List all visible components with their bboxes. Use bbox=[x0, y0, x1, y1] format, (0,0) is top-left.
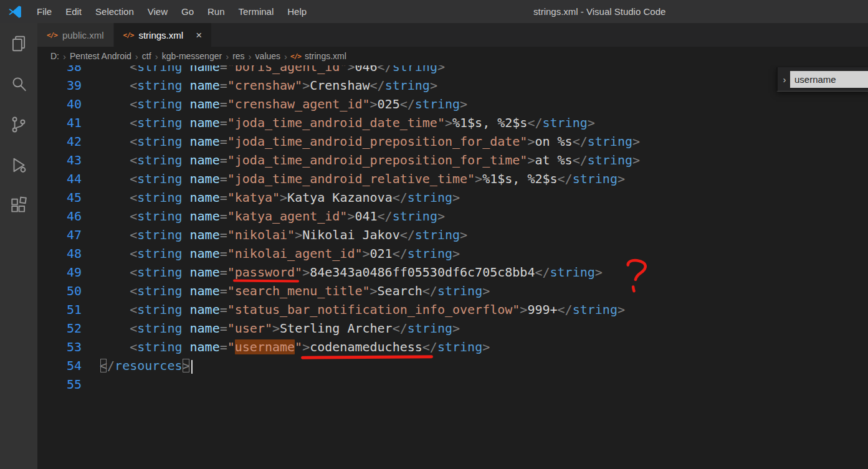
breadcrumb-item-strings-xml[interactable]: strings.xml bbox=[304, 51, 347, 61]
code-line[interactable]: 52 <string name="user">Sterling Archer</… bbox=[37, 319, 868, 338]
line-number[interactable]: 49 bbox=[37, 263, 82, 282]
line-number[interactable]: 54 bbox=[37, 356, 82, 375]
line-number[interactable]: 48 bbox=[37, 244, 82, 263]
line-number[interactable]: 55 bbox=[37, 375, 82, 394]
chevron-right-icon: › bbox=[135, 51, 138, 62]
window-title: strings.xml - Visual Studio Code bbox=[533, 0, 665, 23]
menu-item-run[interactable]: Run bbox=[201, 0, 232, 23]
menu-item-help[interactable]: Help bbox=[280, 0, 313, 23]
line-number[interactable]: 41 bbox=[37, 113, 82, 132]
extensions-icon[interactable] bbox=[0, 185, 37, 225]
line-number[interactable]: 42 bbox=[37, 132, 82, 151]
menu-item-view[interactable]: View bbox=[141, 0, 174, 23]
close-icon[interactable]: × bbox=[196, 30, 202, 40]
main-area: </>public.xml</>strings.xml× D:›Pentest … bbox=[0, 23, 868, 469]
line-number[interactable]: 43 bbox=[37, 151, 82, 169]
line-number[interactable]: 44 bbox=[37, 169, 82, 188]
line-number[interactable]: 39 bbox=[37, 76, 82, 95]
breadcrumb-item-ctf[interactable]: ctf bbox=[141, 51, 152, 61]
breadcrumb: D:›Pentest Android›ctf›kgb-messenger›res… bbox=[37, 47, 868, 65]
vscode-window: FileEditSelectionViewGoRunTerminalHelp s… bbox=[0, 0, 868, 469]
xml-file-icon: </> bbox=[123, 31, 134, 39]
breadcrumb-item-pentest-android[interactable]: Pentest Android bbox=[69, 51, 132, 61]
breadcrumb-item-d-[interactable]: D: bbox=[50, 51, 60, 61]
tab-label: public.xml bbox=[62, 30, 104, 40]
chevron-right-icon[interactable]: › bbox=[779, 74, 790, 85]
chevron-right-icon: › bbox=[155, 51, 158, 62]
code-line[interactable]: 38 <string name="boris_agent_id">046</st… bbox=[37, 65, 868, 76]
code-line[interactable]: 49 <string name="password">84e343a0486ff… bbox=[37, 263, 868, 282]
line-number[interactable]: 47 bbox=[37, 225, 82, 244]
chevron-right-icon: › bbox=[63, 51, 66, 62]
title-bar: FileEditSelectionViewGoRunTerminalHelp s… bbox=[0, 0, 868, 23]
menu-item-file[interactable]: File bbox=[30, 0, 59, 23]
menu-item-go[interactable]: Go bbox=[174, 0, 201, 23]
code-line[interactable]: 51 <string name="status_bar_notification… bbox=[37, 300, 868, 319]
line-number[interactable]: 46 bbox=[37, 207, 82, 225]
code-line[interactable]: 44 <string name="joda_time_android_relat… bbox=[37, 169, 868, 188]
code-line[interactable]: 41 <string name="joda_time_android_date_… bbox=[37, 113, 868, 132]
source-control-icon[interactable] bbox=[0, 104, 37, 144]
tab-bar: </>public.xml</>strings.xml× bbox=[37, 23, 868, 47]
code-line[interactable]: 48 <string name="nikolai_agent_id">021</… bbox=[37, 244, 868, 263]
code-line[interactable]: 50 <string name="search_menu_title">Sear… bbox=[37, 282, 868, 300]
code-line[interactable]: 55 bbox=[37, 375, 868, 394]
menu-item-selection[interactable]: Selection bbox=[88, 0, 141, 23]
breadcrumb-item-values[interactable]: values bbox=[255, 51, 281, 61]
menubar: FileEditSelectionViewGoRunTerminalHelp bbox=[30, 0, 313, 23]
menu-item-edit[interactable]: Edit bbox=[59, 0, 88, 23]
line-number[interactable]: 38 bbox=[37, 65, 82, 76]
code-line[interactable]: 42 <string name="joda_time_android_prepo… bbox=[37, 132, 868, 151]
breadcrumb-item-kgb-messenger[interactable]: kgb-messenger bbox=[161, 51, 223, 61]
line-number[interactable]: 52 bbox=[37, 319, 82, 338]
line-number[interactable]: 51 bbox=[37, 300, 82, 319]
breadcrumb-item-res[interactable]: res bbox=[232, 51, 245, 61]
find-match-highlight: username bbox=[235, 339, 295, 354]
chevron-right-icon: › bbox=[284, 51, 287, 62]
chevron-right-icon: › bbox=[226, 51, 229, 62]
code-line[interactable]: 39 <string name="crenshaw">Crenshaw</str… bbox=[37, 76, 868, 95]
bracket-match: < bbox=[100, 358, 107, 373]
line-number[interactable]: 40 bbox=[37, 95, 82, 113]
files-icon[interactable] bbox=[0, 23, 37, 64]
search-icon[interactable] bbox=[0, 64, 37, 104]
tab-public-xml[interactable]: </>public.xml bbox=[37, 23, 114, 47]
chevron-right-icon: › bbox=[249, 51, 252, 62]
line-number[interactable]: 45 bbox=[37, 188, 82, 207]
code-line[interactable]: 47 <string name="nikolai">Nikolai Jakov<… bbox=[37, 225, 868, 244]
bracket-match: > bbox=[182, 358, 189, 373]
xml-file-icon: </> bbox=[47, 31, 57, 39]
code-line[interactable]: 45 <string name="katya">Katya Kazanova</… bbox=[37, 188, 868, 207]
menu-item-terminal[interactable]: Terminal bbox=[232, 0, 281, 23]
code-line[interactable]: 46 <string name="katya_agent_id">041</st… bbox=[37, 207, 868, 225]
find-widget[interactable]: › username bbox=[776, 67, 868, 92]
tab-strings-xml[interactable]: </>strings.xml× bbox=[114, 23, 212, 47]
tab-label: strings.xml bbox=[138, 30, 183, 40]
code-lines: 38 <string name="boris_agent_id">046</st… bbox=[37, 65, 868, 394]
line-number[interactable]: 53 bbox=[37, 338, 82, 356]
code-line[interactable]: 53 <string name="username">codenameduche… bbox=[37, 338, 868, 356]
editor[interactable]: 38 <string name="boris_agent_id">046</st… bbox=[37, 65, 868, 469]
activity-bar bbox=[0, 23, 37, 469]
editor-column: </>public.xml</>strings.xml× D:›Pentest … bbox=[37, 23, 868, 469]
line-number[interactable]: 50 bbox=[37, 282, 82, 300]
vscode-logo bbox=[0, 4, 30, 19]
find-input[interactable]: username bbox=[790, 71, 868, 88]
run-debug-icon[interactable] bbox=[0, 144, 37, 185]
text-cursor bbox=[191, 360, 193, 374]
code-line[interactable]: 40 <string name="crenshaw_agent_id">025<… bbox=[37, 95, 868, 113]
xml-file-icon: </> bbox=[290, 52, 301, 60]
code-line[interactable]: 43 <string name="joda_time_android_prepo… bbox=[37, 151, 868, 169]
code-line[interactable]: 54</resources> bbox=[37, 356, 868, 375]
